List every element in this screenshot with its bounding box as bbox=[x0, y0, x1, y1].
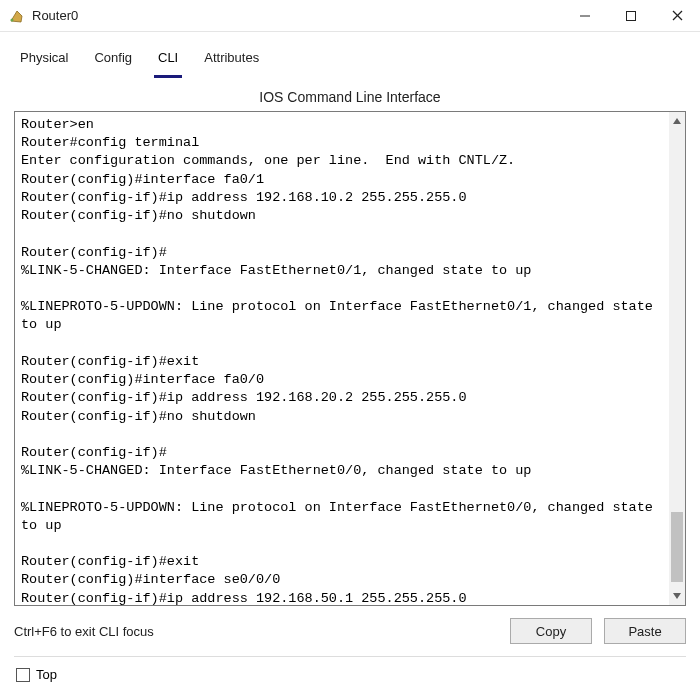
paste-button[interactable]: Paste bbox=[604, 618, 686, 644]
tab-physical[interactable]: Physical bbox=[16, 46, 72, 78]
window-title: Router0 bbox=[32, 8, 78, 23]
cli-terminal[interactable]: Router>en Router#config terminal Enter c… bbox=[15, 112, 669, 605]
scroll-thumb[interactable] bbox=[671, 512, 683, 582]
tab-config[interactable]: Config bbox=[90, 46, 136, 78]
cli-footer: Ctrl+F6 to exit CLI focus Copy Paste bbox=[14, 606, 686, 644]
top-toggle-row: Top bbox=[14, 667, 686, 682]
tab-bar: Physical Config CLI Attributes bbox=[14, 40, 686, 79]
titlebar: Router0 bbox=[0, 0, 700, 32]
scroll-up-icon[interactable] bbox=[669, 112, 685, 130]
scrollbar[interactable] bbox=[669, 112, 685, 605]
terminal-container: Router>en Router#config terminal Enter c… bbox=[14, 111, 686, 606]
minimize-button[interactable] bbox=[562, 0, 608, 32]
svg-point-0 bbox=[11, 18, 14, 21]
separator bbox=[14, 656, 686, 657]
app-icon bbox=[6, 6, 26, 26]
svg-rect-2 bbox=[627, 11, 636, 20]
copy-button[interactable]: Copy bbox=[510, 618, 592, 644]
tab-attributes[interactable]: Attributes bbox=[200, 46, 263, 78]
top-label: Top bbox=[36, 667, 57, 682]
top-checkbox[interactable] bbox=[16, 668, 30, 682]
window-controls bbox=[562, 0, 700, 32]
focus-hint: Ctrl+F6 to exit CLI focus bbox=[14, 624, 498, 639]
scroll-down-icon[interactable] bbox=[669, 587, 685, 605]
close-button[interactable] bbox=[654, 0, 700, 32]
panel-heading: IOS Command Line Interface bbox=[14, 79, 686, 111]
tab-cli[interactable]: CLI bbox=[154, 46, 182, 78]
maximize-button[interactable] bbox=[608, 0, 654, 32]
